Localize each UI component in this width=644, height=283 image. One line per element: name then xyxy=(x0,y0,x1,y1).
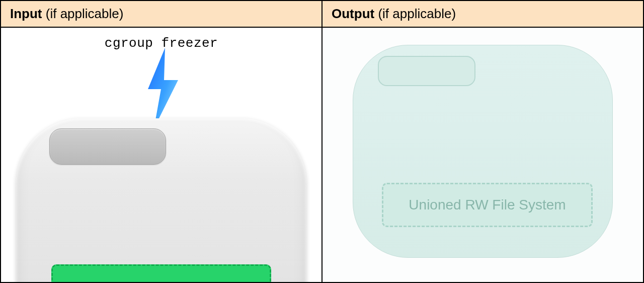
input-header-bold: Input xyxy=(10,6,42,21)
output-filesystem-label: Unioned RW File System xyxy=(409,197,566,213)
output-panel: Unioned RW File System xyxy=(323,28,643,282)
input-header-rest: (if applicable) xyxy=(42,6,124,21)
output-header-bold: Output xyxy=(332,6,374,21)
output-column: Output (if applicable) Unioned RW File S… xyxy=(323,1,643,282)
input-filesystem-label: Unioned RW File System xyxy=(77,280,246,282)
input-panel: cgroup freezer Unioned RW File System xyxy=(1,28,321,282)
io-table: Input (if applicable) cgroup freezer Uni… xyxy=(0,0,644,283)
output-header: Output (if applicable) xyxy=(323,1,643,28)
input-container-slot xyxy=(49,128,166,165)
input-column: Input (if applicable) cgroup freezer Uni… xyxy=(1,1,323,282)
lightning-icon xyxy=(139,48,184,128)
output-header-rest: (if applicable) xyxy=(374,6,456,21)
svg-marker-0 xyxy=(148,48,178,128)
output-canvas: Unioned RW File System xyxy=(323,28,643,282)
input-filesystem-box: Unioned RW File System xyxy=(51,264,271,282)
output-filesystem-box: Unioned RW File System xyxy=(382,183,593,227)
input-header: Input (if applicable) xyxy=(1,1,321,28)
output-container-slot xyxy=(378,56,475,86)
